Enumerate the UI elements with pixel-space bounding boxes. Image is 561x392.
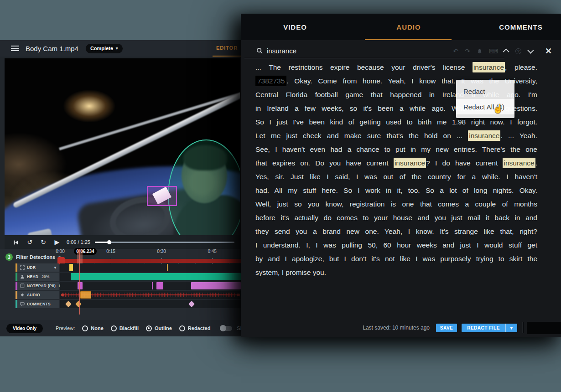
transcript-line: that expires on. Do you have current ins… — [255, 156, 537, 170]
rewind-5-button[interactable]: ↺ — [23, 238, 36, 246]
tab-audio[interactable]: AUDIO — [396, 14, 421, 40]
notepad-detection-outline[interactable] — [147, 186, 177, 206]
notepad-icon — [20, 282, 25, 290]
menu-icon[interactable] — [11, 46, 19, 51]
status-dropdown[interactable]: Complete ▾ — [86, 44, 123, 53]
detection-segment[interactable] — [80, 291, 91, 299]
search-match-highlight[interactable]: insurance — [468, 130, 500, 141]
comment-icon — [20, 300, 25, 308]
transcript-text: See, I haven't even had a chance to put … — [255, 145, 537, 153]
track-row-head: HEAD20% — [0, 273, 242, 281]
track-lane-notepad[interactable] — [60, 282, 242, 290]
track-label-audio[interactable]: AUDIO — [17, 291, 59, 299]
menu-item-redact-all[interactable]: Redact All (4) — [456, 99, 514, 114]
preview-radio-redacted[interactable]: Redacted — [179, 325, 211, 331]
file-title: Body Cam 1.mp4 — [26, 45, 78, 52]
transcript-text: had. All my stuff here. So I work in it,… — [255, 186, 537, 194]
comment-marker[interactable] — [65, 301, 72, 307]
notepad-paper — [152, 187, 171, 205]
transcript-text: ... The restrictions expire because your… — [255, 63, 473, 71]
modal-footer: Last saved: 10 minutes ago SAVE REDACT F… — [241, 320, 561, 335]
track-name: NOTEPAD (PII) — [27, 284, 56, 288]
track-label-udr[interactable]: UDR▼ — [17, 263, 59, 272]
video-only-button[interactable]: Video Only — [6, 324, 43, 333]
forward-5-button[interactable]: ↻ — [36, 238, 50, 246]
transcript-text: Let me just check and make sure that's t… — [255, 132, 468, 139]
waveform-dot — [237, 294, 240, 296]
transcript-text: . — [535, 159, 537, 167]
video-player[interactable] — [5, 58, 240, 235]
tab-video[interactable]: VIDEO — [283, 14, 307, 40]
preview-radio-none[interactable]: None — [82, 325, 104, 331]
detection-segment[interactable] — [71, 273, 241, 280]
seek-bar[interactable] — [95, 242, 234, 243]
transcript-text: system, I promise you. — [255, 268, 326, 276]
track-lane-audio[interactable] — [60, 291, 242, 299]
next-match-button[interactable] — [527, 47, 534, 54]
seek-knob[interactable] — [107, 240, 111, 244]
radio-icon — [111, 325, 117, 331]
track-row-notepad: NOTEPAD (PII)0% — [0, 282, 242, 290]
play-button[interactable]: ▶ — [50, 238, 64, 246]
chevron-down-icon[interactable]: ▼ — [53, 266, 57, 270]
chevron-down-icon: ▾ — [116, 46, 118, 51]
tab-editor[interactable]: EDITOR — [213, 40, 241, 57]
save-button[interactable]: SAVE — [436, 324, 457, 332]
last-saved-text: Last saved: 10 minutes ago — [363, 325, 430, 331]
search-query: insurance — [267, 47, 296, 55]
track-name: COMMENTS — [27, 302, 51, 306]
player-controls: ↺ ↻ ▶ 0:06 / 1:25 — [5, 235, 240, 249]
menu-item-redact[interactable]: Redact — [456, 83, 514, 99]
transcript-line: system, I promise you. — [255, 266, 537, 279]
search-icon — [256, 47, 263, 54]
preview-label: Preview: — [56, 325, 75, 331]
transcript-line: See, I haven't even had a chance to put … — [255, 143, 537, 156]
redact-context-menu: Redact Redact All (4) ☝ — [456, 80, 514, 118]
tab-comments[interactable]: COMMENTS — [499, 14, 543, 40]
comment-marker[interactable] — [75, 301, 82, 307]
track-lane-head[interactable] — [60, 273, 242, 281]
playhead[interactable] — [79, 249, 80, 315]
redaction-scrub-bar[interactable] — [58, 259, 242, 263]
detection-segment[interactable] — [191, 282, 241, 289]
radio-icon — [179, 325, 185, 331]
comment-marker[interactable] — [188, 301, 195, 307]
search-match-highlight[interactable]: insurance — [394, 158, 426, 168]
detection-segment[interactable] — [69, 264, 73, 271]
filter-count-badge: 3 — [5, 253, 13, 261]
redact-file-button[interactable]: REDACT FILE — [462, 324, 505, 332]
transcript-line: Let me just check and make sure that's t… — [255, 129, 537, 143]
search-match-highlight[interactable]: insurance — [503, 158, 535, 168]
track-label-comments[interactable]: COMMENTS — [17, 300, 59, 308]
radio-icon — [82, 325, 88, 331]
track-label-head[interactable]: HEAD20% — [17, 273, 59, 281]
previous-match-button[interactable] — [503, 48, 509, 55]
detection-segment[interactable] — [152, 282, 153, 289]
preview-radio-outline[interactable]: Outline — [146, 325, 172, 331]
skip-to-start-button[interactable] — [9, 238, 23, 246]
search-match-highlight[interactable]: insurance — [473, 62, 505, 72]
status-label: Complete — [90, 46, 113, 51]
detection-segment[interactable] — [167, 264, 168, 271]
preview-radio-blackfill[interactable]: Blackfill — [111, 325, 139, 331]
transcript-line: I understand. I, I was pulling 50, 60 ho… — [255, 238, 537, 252]
track-lane-udr[interactable] — [60, 263, 242, 272]
playback-time: 0:06 / 1:25 — [67, 239, 90, 245]
transcript-text: that expires on. Do you have current — [255, 159, 394, 167]
track-label-notepad[interactable]: NOTEPAD (PII)0% — [17, 282, 59, 290]
show-unselected-toggle[interactable] — [220, 326, 232, 331]
track-name: HEAD — [27, 274, 38, 279]
transcript-line: had. All my stuff here. So I work in it,… — [255, 184, 537, 197]
transcript-text: before it's actually do comes to your ho… — [255, 214, 537, 222]
keyboard-icon: ⌨ — [489, 47, 498, 55]
detection-segment[interactable] — [156, 282, 163, 289]
track-lane-comments[interactable] — [60, 300, 242, 308]
audio-transcript-modal: VIDEO AUDIO COMMENTS insurance ↶ ↷ ⌨ ? ✕… — [241, 14, 561, 337]
redacted-text[interactable]: 7382735 — [255, 76, 286, 86]
diamond-icon — [20, 291, 25, 299]
filter-detections-dropdown[interactable]: 3 Filter Detections ▾ — [5, 253, 61, 261]
active-tab-underline — [365, 39, 452, 40]
close-icon[interactable]: ✕ — [545, 46, 552, 56]
track-row-comments: COMMENTS — [0, 300, 242, 308]
redact-file-dropdown[interactable]: ▾ — [505, 324, 517, 332]
